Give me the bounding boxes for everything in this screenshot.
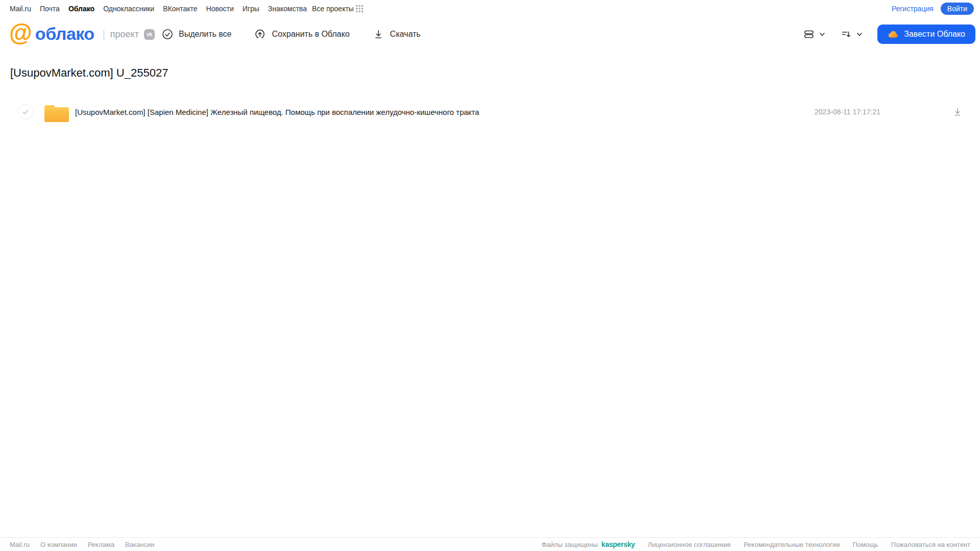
- vk-badge-icon: vk: [144, 29, 155, 40]
- sort-icon: [840, 28, 852, 40]
- kaspersky-protection: Файлы защищены kaspersky: [541, 540, 635, 548]
- file-toolbar: Выделить все Сохранить в Облако Скачат: [162, 17, 421, 51]
- save-to-cloud-button[interactable]: Сохранить в Облако: [254, 28, 349, 40]
- file-name[interactable]: [UsupovMarket.com] [Sapien Medicine] Жел…: [75, 108, 815, 116]
- file-row[interactable]: [UsupovMarket.com] [Sapien Medicine] Жел…: [0, 100, 980, 124]
- project-label: проект: [110, 29, 139, 40]
- page-footer: Mail.ru О компании Реклама Вакансии Файл…: [0, 537, 980, 551]
- chevron-down-icon: [856, 31, 863, 38]
- download-button[interactable]: Скачать: [372, 28, 421, 40]
- save-to-cloud-label: Сохранить в Облако: [272, 30, 349, 39]
- footer-link-vakansii[interactable]: Вакансии: [125, 541, 154, 548]
- cloud-header: @ облако | проект vk Выделить все: [0, 17, 980, 51]
- project-badge: | проект vk: [103, 29, 155, 40]
- check-icon: [21, 108, 30, 116]
- portal-topbar: Mail.ru Почта Облако Одноклассники ВКонт…: [0, 0, 980, 17]
- select-all-button[interactable]: Выделить все: [162, 29, 231, 40]
- main-content: [UsupovMarket.com] U_255027 [UsupovMarke…: [0, 66, 980, 124]
- kaspersky-logo[interactable]: kaspersky: [602, 540, 635, 548]
- topbar-link-znakomstva[interactable]: Знакомства: [268, 5, 307, 13]
- file-date: 2023-08-11 17:17:21: [815, 108, 880, 116]
- login-button[interactable]: Войти: [941, 3, 974, 15]
- list-view-icon: [803, 28, 815, 40]
- registration-link[interactable]: Регистрация: [892, 5, 934, 13]
- cloud-orange-icon: [888, 30, 899, 39]
- folder-icon: [42, 101, 69, 123]
- footer-left-links: Mail.ru О компании Реклама Вакансии: [10, 541, 154, 548]
- kaspersky-protected-label: Файлы защищены: [541, 541, 597, 548]
- divider: |: [103, 29, 105, 40]
- cloud-logo[interactable]: @ облако: [9, 23, 94, 44]
- sort-selector[interactable]: [840, 28, 863, 40]
- footer-link-report-content[interactable]: Пожаловаться на контент: [891, 541, 970, 548]
- file-checkbox[interactable]: [18, 104, 33, 119]
- topbar-link-oblako[interactable]: Облако: [68, 5, 94, 13]
- apps-grid-icon[interactable]: [356, 5, 363, 12]
- footer-link-o-kompanii[interactable]: О компании: [40, 541, 77, 548]
- page-title: [UsupovMarket.com] U_255027: [10, 66, 980, 80]
- topbar-link-vkontakte[interactable]: ВКонтакте: [163, 5, 197, 13]
- topbar-link-igry[interactable]: Игры: [243, 5, 259, 13]
- footer-link-license[interactable]: Лицензионное соглашение: [648, 541, 731, 548]
- get-cloud-button[interactable]: Завести Облако: [877, 25, 975, 44]
- topbar-link-vse-proekty[interactable]: Все проекты: [312, 5, 354, 13]
- file-download-icon[interactable]: [952, 106, 963, 117]
- footer-link-recommend-tech[interactable]: Рекомендательные технологии: [744, 541, 840, 548]
- footer-link-mail-ru[interactable]: Mail.ru: [10, 541, 30, 548]
- view-mode-selector[interactable]: [803, 28, 826, 40]
- select-all-label: Выделить все: [179, 30, 231, 39]
- header-right-controls: Завести Облако: [803, 25, 975, 44]
- chevron-down-icon: [819, 31, 826, 38]
- download-label: Скачать: [390, 30, 421, 39]
- footer-right-links: Файлы защищены kaspersky Лицензионное со…: [541, 540, 970, 548]
- mailru-at-icon: @: [9, 22, 32, 43]
- check-circle-icon: [162, 29, 173, 40]
- topbar-link-odnoklassniki[interactable]: Одноклассники: [103, 5, 154, 13]
- topbar-auth-area: Регистрация Войти: [892, 3, 974, 15]
- footer-link-help[interactable]: Помощь: [852, 541, 878, 548]
- topbar-link-novosti[interactable]: Новости: [206, 5, 234, 13]
- topbar-link-mail-ru[interactable]: Mail.ru: [10, 5, 31, 13]
- get-cloud-label: Завести Облако: [904, 30, 965, 39]
- topbar-link-pochta[interactable]: Почта: [40, 5, 60, 13]
- footer-link-reklama[interactable]: Реклама: [88, 541, 114, 548]
- cloud-logo-text: облако: [35, 24, 94, 44]
- cloud-upload-icon: [254, 28, 266, 40]
- download-icon: [372, 28, 385, 40]
